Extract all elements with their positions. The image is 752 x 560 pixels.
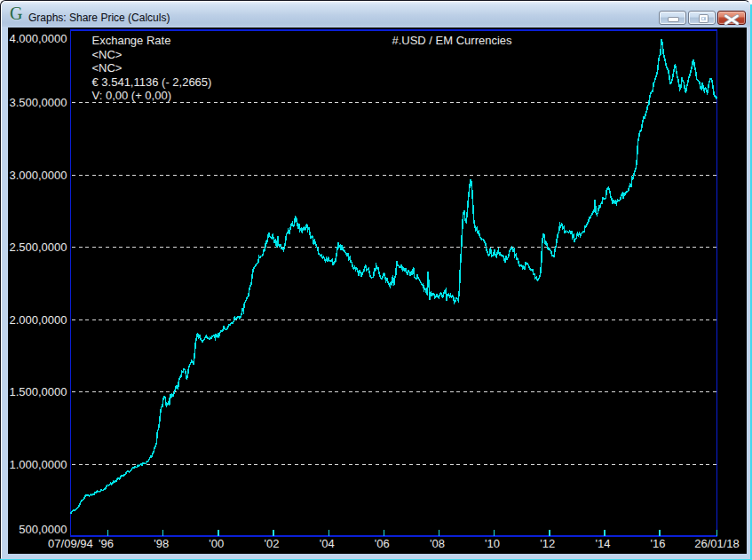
svg-text:'14: '14 bbox=[596, 537, 611, 550]
svg-text:'16: '16 bbox=[651, 537, 666, 550]
svg-text:V: 0,00 (+ 0,00): V: 0,00 (+ 0,00) bbox=[92, 89, 172, 102]
svg-text:#.USD / EM Currencies: #.USD / EM Currencies bbox=[392, 34, 512, 47]
svg-text:'10: '10 bbox=[485, 537, 500, 550]
svg-text:'02: '02 bbox=[265, 537, 280, 550]
svg-text:3.000,0000: 3.000,0000 bbox=[9, 169, 67, 182]
svg-text:1.000,0000: 1.000,0000 bbox=[9, 458, 67, 471]
svg-text:'96: '96 bbox=[99, 537, 114, 550]
svg-text:'98: '98 bbox=[154, 537, 169, 550]
svg-text:1.500,0000: 1.500,0000 bbox=[9, 385, 67, 398]
svg-text:3.500,0000: 3.500,0000 bbox=[9, 96, 67, 109]
svg-text:'06: '06 bbox=[375, 537, 390, 550]
svg-text:26/01/18: 26/01/18 bbox=[694, 537, 740, 550]
svg-text:<NC>: <NC> bbox=[92, 48, 123, 61]
svg-text:'08: '08 bbox=[430, 537, 445, 550]
svg-text:2.500,0000: 2.500,0000 bbox=[9, 241, 67, 254]
svg-text:€ 3.541,1136 (- 2,2665): € 3.541,1136 (- 2,2665) bbox=[92, 75, 212, 89]
svg-text:4.000,0000: 4.000,0000 bbox=[9, 32, 67, 45]
svg-text:'04: '04 bbox=[320, 537, 335, 550]
svg-text:'00: '00 bbox=[209, 537, 224, 550]
svg-text:07/09/94: 07/09/94 bbox=[48, 537, 93, 550]
svg-text:500,0000: 500,0000 bbox=[19, 523, 67, 536]
svg-text:'12: '12 bbox=[540, 537, 555, 550]
svg-text:Exchange Rate: Exchange Rate bbox=[92, 34, 171, 47]
svg-text:2.000,0000: 2.000,0000 bbox=[9, 313, 67, 327]
svg-text:<NC>: <NC> bbox=[92, 61, 123, 75]
